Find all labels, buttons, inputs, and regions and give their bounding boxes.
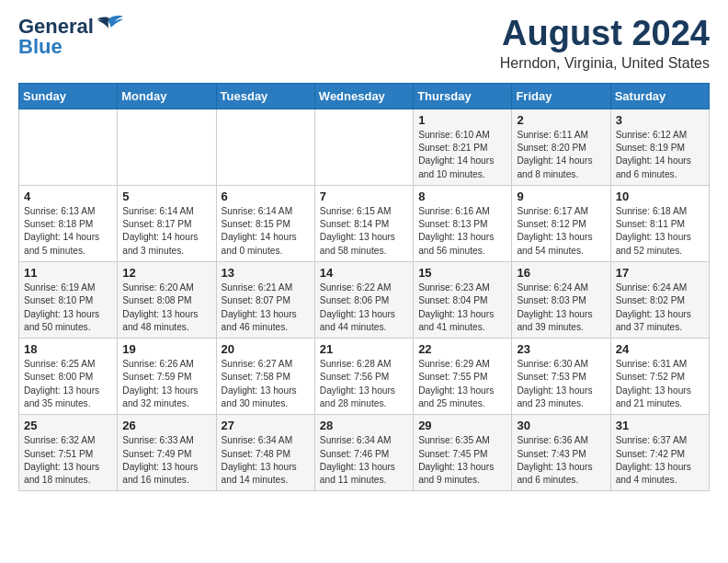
calendar-cell: 7Sunrise: 6:15 AM Sunset: 8:14 PM Daylig…: [314, 185, 413, 261]
calendar-cell: [19, 109, 118, 185]
calendar-cell: 21Sunrise: 6:28 AM Sunset: 7:56 PM Dayli…: [314, 339, 413, 415]
calendar-cell: 22Sunrise: 6:29 AM Sunset: 7:55 PM Dayli…: [414, 339, 512, 415]
calendar-cell: 23Sunrise: 6:30 AM Sunset: 7:53 PM Dayli…: [512, 339, 610, 415]
day-info: Sunrise: 6:17 AM Sunset: 8:12 PM Dayligh…: [517, 205, 605, 258]
calendar-cell: 1Sunrise: 6:10 AM Sunset: 8:21 PM Daylig…: [414, 109, 512, 185]
calendar-cell: 12Sunrise: 6:20 AM Sunset: 8:08 PM Dayli…: [118, 262, 216, 339]
logo-bird-icon: [96, 15, 123, 35]
day-info: Sunrise: 6:29 AM Sunset: 7:55 PM Dayligh…: [418, 358, 506, 410]
day-info: Sunrise: 6:27 AM Sunset: 7:58 PM Dayligh…: [222, 358, 310, 410]
col-header-sunday: Sunday: [19, 83, 118, 109]
day-info: Sunrise: 6:16 AM Sunset: 8:13 PM Dayligh…: [418, 205, 506, 258]
calendar-cell: 25Sunrise: 6:32 AM Sunset: 7:51 PM Dayli…: [19, 415, 118, 491]
day-info: Sunrise: 6:33 AM Sunset: 7:49 PM Dayligh…: [122, 434, 210, 487]
calendar-cell: 9Sunrise: 6:17 AM Sunset: 8:12 PM Daylig…: [512, 185, 610, 261]
day-number: 20: [222, 342, 310, 356]
calendar-cell: 29Sunrise: 6:35 AM Sunset: 7:45 PM Dayli…: [414, 415, 512, 491]
main-title: August 2024: [500, 15, 710, 53]
day-number: 25: [24, 419, 112, 432]
calendar-cell: 16Sunrise: 6:24 AM Sunset: 8:03 PM Dayli…: [512, 262, 610, 339]
calendar-cell: 5Sunrise: 6:14 AM Sunset: 8:17 PM Daylig…: [118, 185, 216, 261]
day-info: Sunrise: 6:35 AM Sunset: 7:45 PM Dayligh…: [418, 434, 506, 487]
day-info: Sunrise: 6:19 AM Sunset: 8:10 PM Dayligh…: [24, 282, 112, 334]
calendar-cell: 24Sunrise: 6:31 AM Sunset: 7:52 PM Dayli…: [610, 339, 709, 415]
calendar-cell: 4Sunrise: 6:13 AM Sunset: 8:18 PM Daylig…: [19, 185, 118, 261]
day-number: 11: [24, 266, 112, 280]
day-number: 29: [418, 419, 506, 432]
calendar-cell: 15Sunrise: 6:23 AM Sunset: 8:04 PM Dayli…: [414, 262, 512, 339]
calendar-cell: 13Sunrise: 6:21 AM Sunset: 8:07 PM Dayli…: [216, 262, 314, 339]
calendar-cell: [216, 109, 314, 185]
day-number: 14: [320, 266, 408, 280]
calendar-cell: 3Sunrise: 6:12 AM Sunset: 8:19 PM Daylig…: [610, 109, 709, 185]
calendar-cell: [314, 109, 413, 185]
calendar-cell: 26Sunrise: 6:33 AM Sunset: 7:49 PM Dayli…: [118, 415, 216, 491]
day-number: 16: [517, 266, 605, 280]
col-header-saturday: Saturday: [610, 83, 709, 109]
day-number: 27: [222, 419, 310, 432]
day-number: 31: [616, 419, 704, 432]
col-header-tuesday: Tuesday: [216, 83, 314, 109]
calendar-week-row: 25Sunrise: 6:32 AM Sunset: 7:51 PM Dayli…: [19, 415, 710, 491]
day-number: 2: [517, 113, 605, 127]
day-number: 28: [320, 419, 408, 432]
day-number: 21: [320, 342, 408, 356]
calendar-week-row: 18Sunrise: 6:25 AM Sunset: 8:00 PM Dayli…: [19, 339, 710, 415]
day-info: Sunrise: 6:20 AM Sunset: 8:08 PM Dayligh…: [122, 282, 210, 334]
day-number: 26: [122, 419, 210, 432]
day-info: Sunrise: 6:11 AM Sunset: 8:20 PM Dayligh…: [517, 129, 605, 181]
day-number: 17: [616, 266, 704, 280]
day-info: Sunrise: 6:22 AM Sunset: 8:06 PM Dayligh…: [320, 282, 408, 334]
day-number: 30: [517, 419, 605, 432]
calendar-cell: [118, 109, 216, 185]
calendar-week-row: 11Sunrise: 6:19 AM Sunset: 8:10 PM Dayli…: [19, 262, 710, 339]
day-info: Sunrise: 6:36 AM Sunset: 7:43 PM Dayligh…: [517, 434, 605, 487]
calendar-header-row: SundayMondayTuesdayWednesdayThursdayFrid…: [19, 83, 710, 109]
day-info: Sunrise: 6:25 AM Sunset: 8:00 PM Dayligh…: [24, 358, 112, 410]
calendar-cell: 31Sunrise: 6:37 AM Sunset: 7:42 PM Dayli…: [610, 415, 709, 491]
calendar-cell: 11Sunrise: 6:19 AM Sunset: 8:10 PM Dayli…: [19, 262, 118, 339]
calendar-cell: 2Sunrise: 6:11 AM Sunset: 8:20 PM Daylig…: [512, 109, 610, 185]
col-header-thursday: Thursday: [414, 83, 512, 109]
day-info: Sunrise: 6:10 AM Sunset: 8:21 PM Dayligh…: [418, 129, 506, 181]
page-header: General Blue August 2024 Herndon, Virgin…: [18, 15, 710, 72]
day-info: Sunrise: 6:12 AM Sunset: 8:19 PM Dayligh…: [616, 129, 704, 181]
day-number: 1: [418, 113, 506, 127]
calendar-week-row: 4Sunrise: 6:13 AM Sunset: 8:18 PM Daylig…: [19, 185, 710, 261]
day-number: 15: [418, 266, 506, 280]
calendar-cell: 19Sunrise: 6:26 AM Sunset: 7:59 PM Dayli…: [118, 339, 216, 415]
day-info: Sunrise: 6:15 AM Sunset: 8:14 PM Dayligh…: [320, 205, 408, 258]
logo-blue: Blue: [18, 35, 63, 59]
day-info: Sunrise: 6:18 AM Sunset: 8:11 PM Dayligh…: [616, 205, 704, 258]
calendar-table: SundayMondayTuesdayWednesdayThursdayFrid…: [18, 83, 710, 492]
calendar-cell: 14Sunrise: 6:22 AM Sunset: 8:06 PM Dayli…: [314, 262, 413, 339]
col-header-friday: Friday: [512, 83, 610, 109]
calendar-cell: 30Sunrise: 6:36 AM Sunset: 7:43 PM Dayli…: [512, 415, 610, 491]
day-number: 3: [616, 113, 704, 127]
day-info: Sunrise: 6:24 AM Sunset: 8:03 PM Dayligh…: [517, 282, 605, 334]
calendar-cell: 10Sunrise: 6:18 AM Sunset: 8:11 PM Dayli…: [610, 185, 709, 261]
day-number: 8: [418, 190, 506, 203]
day-info: Sunrise: 6:26 AM Sunset: 7:59 PM Dayligh…: [122, 358, 210, 410]
calendar-cell: 18Sunrise: 6:25 AM Sunset: 8:00 PM Dayli…: [19, 339, 118, 415]
day-info: Sunrise: 6:14 AM Sunset: 8:15 PM Dayligh…: [222, 205, 310, 258]
day-info: Sunrise: 6:13 AM Sunset: 8:18 PM Dayligh…: [24, 205, 112, 258]
day-number: 5: [122, 190, 210, 203]
day-info: Sunrise: 6:34 AM Sunset: 7:48 PM Dayligh…: [222, 434, 310, 487]
calendar-cell: 28Sunrise: 6:34 AM Sunset: 7:46 PM Dayli…: [314, 415, 413, 491]
day-info: Sunrise: 6:37 AM Sunset: 7:42 PM Dayligh…: [616, 434, 704, 487]
day-number: 24: [616, 342, 704, 356]
subtitle: Herndon, Virginia, United States: [500, 55, 710, 72]
calendar-week-row: 1Sunrise: 6:10 AM Sunset: 8:21 PM Daylig…: [19, 109, 710, 185]
logo: General Blue: [18, 15, 123, 59]
calendar-cell: 8Sunrise: 6:16 AM Sunset: 8:13 PM Daylig…: [414, 185, 512, 261]
calendar-cell: 17Sunrise: 6:24 AM Sunset: 8:02 PM Dayli…: [610, 262, 709, 339]
day-number: 12: [122, 266, 210, 280]
calendar-cell: 20Sunrise: 6:27 AM Sunset: 7:58 PM Dayli…: [216, 339, 314, 415]
day-number: 23: [517, 342, 605, 356]
day-info: Sunrise: 6:32 AM Sunset: 7:51 PM Dayligh…: [24, 434, 112, 487]
day-number: 10: [616, 190, 704, 203]
day-info: Sunrise: 6:34 AM Sunset: 7:46 PM Dayligh…: [320, 434, 408, 487]
day-number: 4: [24, 190, 112, 203]
day-info: Sunrise: 6:23 AM Sunset: 8:04 PM Dayligh…: [418, 282, 506, 334]
